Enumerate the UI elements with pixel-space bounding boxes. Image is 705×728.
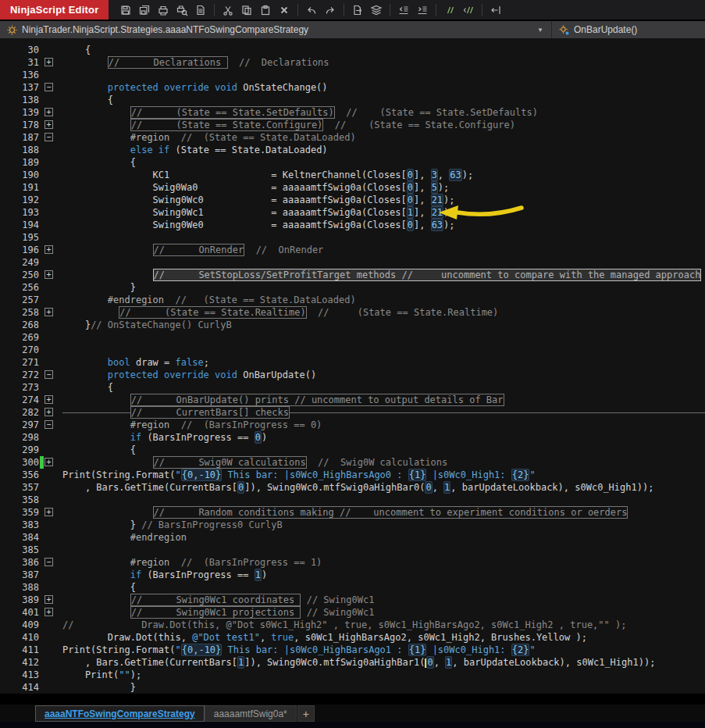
paste-icon[interactable] — [258, 3, 272, 17]
code-line-409[interactable]: 409// Draw.Dot(this, @"Dot s0Wc1_High2" … — [0, 619, 705, 631]
code-line-136[interactable]: 136 — [0, 69, 705, 81]
code-line-268[interactable]: 268 }// OnStateChange() CurlyB — [0, 319, 705, 331]
fold-expand-icon[interactable]: + — [45, 508, 53, 516]
code-line-190[interactable]: 190 KC1 = KeltnerChannel(Closes[0], 3, 6… — [0, 169, 705, 181]
code-line-273[interactable]: 273 { — [0, 381, 705, 394]
code-line-258[interactable]: 258+ // (State == State.Realtime) // (St… — [0, 306, 705, 319]
fold-expand-icon[interactable]: + — [45, 308, 53, 316]
fold-expand-icon[interactable]: + — [45, 58, 53, 66]
fold-expand-icon[interactable]: + — [45, 595, 53, 604]
code-line-270[interactable]: 270 — [0, 344, 705, 356]
code-line-389[interactable]: 389+ // Swing0Wc1 coordinates // Swing0W… — [0, 594, 705, 606]
fold-collapse-icon[interactable]: − — [45, 558, 53, 566]
fold-expand-icon[interactable]: + — [45, 395, 53, 404]
code-line-297[interactable]: 297− #region // (BarsInProgress == 0) — [0, 419, 705, 431]
increase-indent-icon[interactable] — [415, 3, 429, 17]
fold-collapse-icon[interactable]: − — [45, 370, 53, 379]
code-line-269[interactable]: 269 — [0, 331, 705, 344]
undo-icon[interactable] — [304, 3, 319, 17]
code-line-139[interactable]: 139+ // (State == State.SetDefaults) // … — [0, 106, 705, 119]
code-line-298[interactable]: 298 if (BarsInProgress == 0) — [0, 431, 705, 444]
code-line-384[interactable]: 384 #endregion — [0, 531, 705, 544]
fold-collapse-icon[interactable]: − — [45, 133, 53, 141]
code-line-383[interactable]: 383 } // BarsInProgress0 CurlyB — [0, 519, 705, 531]
fold-collapse-icon[interactable]: − — [45, 420, 53, 429]
code-line-356[interactable]: 356Print(String.Format("{0,-10} This bar… — [0, 469, 705, 481]
code-editor[interactable]: 30 {31+ // Declarations // Declarations1… — [0, 38, 705, 694]
tab-indicator[interactable]: aaaaamtfSwig0a* — [205, 705, 297, 722]
code-line-178[interactable]: 178+ // (State == State.Configure) // (S… — [0, 119, 705, 131]
code-line-359[interactable]: 359+ // Random conditions making // unco… — [0, 506, 705, 519]
code-line-299[interactable]: 299 { — [0, 444, 705, 456]
code-line-137[interactable]: 137− protected override void OnStateChan… — [0, 81, 705, 94]
code-line-257[interactable]: 257 #endregion // (State == State.DataLo… — [0, 294, 705, 306]
fold-expand-icon[interactable]: + — [45, 408, 53, 416]
delete-icon[interactable] — [277, 3, 291, 17]
code-line-274[interactable]: 274+ // OnBarUpdate() prints // uncommen… — [0, 394, 705, 406]
code-line-250[interactable]: 250+ // SetStopLoss/SetProfitTarget meth… — [0, 269, 705, 281]
code-line-411[interactable]: 411Print(String.Format("{0,-10} This bar… — [0, 644, 705, 656]
compile-icon[interactable] — [369, 3, 383, 17]
decrease-indent-icon[interactable] — [397, 3, 411, 17]
code-line-194[interactable]: 194 Swing0We0 = aaaaamtfSwig0a(Closes[0]… — [0, 219, 705, 231]
code-line-138[interactable]: 138 { — [0, 94, 705, 106]
collapse-icon[interactable] — [489, 3, 503, 17]
copy-icon[interactable] — [240, 3, 254, 17]
fold-expand-icon[interactable]: + — [45, 245, 53, 254]
chevron-down-icon[interactable]: ▼ — [537, 27, 545, 34]
uncomment-icon[interactable] — [461, 3, 475, 17]
code-line-256[interactable]: 256 } — [0, 281, 705, 294]
fold-cell — [39, 231, 59, 244]
print-preview-icon[interactable] — [175, 3, 189, 17]
code-line-196[interactable]: 196+ // OnRender // OnRender — [0, 244, 705, 256]
code-line-249[interactable]: 249 — [0, 256, 705, 269]
save-icon[interactable] — [119, 3, 133, 17]
fold-expand-icon[interactable]: + — [45, 608, 53, 616]
code-text: bool draw = false; — [59, 356, 705, 369]
cut-icon[interactable] — [221, 3, 235, 17]
page-setup-icon[interactable] — [194, 3, 208, 17]
code-line-358[interactable]: 358 — [0, 494, 705, 506]
gutter: 413 — [0, 669, 59, 681]
fold-expand-icon[interactable]: + — [45, 108, 53, 116]
code-line-30[interactable]: 30 { — [0, 44, 705, 56]
fold-expand-icon[interactable]: + — [45, 270, 53, 279]
code-line-414[interactable]: 414 } — [0, 681, 705, 694]
code-line-413[interactable]: 413 Print(""); — [0, 669, 705, 681]
code-line-385[interactable]: 385 — [0, 544, 705, 556]
code-line-191[interactable]: 191 Swig0Wa0 = aaaaamtfSwig0a(Closes[0],… — [0, 181, 705, 194]
print-icon[interactable] — [156, 3, 170, 17]
code-line-188[interactable]: 188 else if (State == State.DataLoaded) — [0, 144, 705, 156]
code-line-410[interactable]: 410 Draw.Dot(this, @"Dot test1", true, s… — [0, 631, 705, 644]
export-icon[interactable] — [351, 3, 365, 17]
code-line-412[interactable]: 412 , Bars.GetTime(CurrentBars[1]), Swin… — [0, 656, 705, 669]
code-line-300[interactable]: 300+ // Swig0W calculations // Swig0W ca… — [0, 456, 705, 469]
code-line-282[interactable]: 282+ // CurrentBars[] checks — [0, 406, 705, 419]
code-line-387[interactable]: 387 if (BarsInProgress == 1) — [0, 569, 705, 581]
save-all-icon[interactable] — [137, 3, 151, 17]
member-selector[interactable]: OnBarUpdate() — [552, 21, 705, 38]
fold-expand-icon[interactable]: + — [45, 120, 53, 129]
class-selector[interactable]: NinjaTrader.NinjaScript.Strategies.aaaaN… — [0, 21, 552, 38]
code-line-195[interactable]: 195 — [0, 231, 705, 244]
code-line-401[interactable]: 401+ // Swing0Wc1 projections // Swing0W… — [0, 606, 705, 619]
gutter: 383 — [0, 519, 59, 531]
code-line-189[interactable]: 189 { — [0, 156, 705, 169]
code-line-388[interactable]: 388 { — [0, 581, 705, 594]
code-line-386[interactable]: 386− #region // (BarsInProgress == 1) — [0, 556, 705, 569]
code-line-31[interactable]: 31+ // Declarations // Declarations — [0, 56, 705, 69]
code-line-272[interactable]: 272− protected override void OnBarUpdate… — [0, 369, 705, 381]
code-line-271[interactable]: 271 bool draw = false; — [0, 356, 705, 369]
redo-icon[interactable] — [323, 3, 337, 17]
code-line-187[interactable]: 187− #region // (State == State.DataLoad… — [0, 131, 705, 144]
code-line-193[interactable]: 193 Swing0Wc1 = aaaaamtfSwig0a(Closes[1]… — [0, 206, 705, 219]
tab-strategy[interactable]: aaaaNTFoSwingCompareStrategy — [35, 705, 205, 722]
gutter: 273 — [0, 381, 59, 394]
code-line-192[interactable]: 192 Swing0Wc0 = aaaaamtfSwig0a(Closes[0]… — [0, 194, 705, 206]
line-number: 282 — [0, 406, 39, 419]
fold-collapse-icon[interactable]: − — [45, 83, 53, 91]
fold-expand-icon[interactable]: + — [45, 458, 53, 466]
comment-icon[interactable] — [443, 3, 457, 17]
add-tab-button[interactable]: + — [297, 705, 315, 722]
code-line-357[interactable]: 357 , Bars.GetTime(CurrentBars[0]), Swin… — [0, 481, 705, 494]
